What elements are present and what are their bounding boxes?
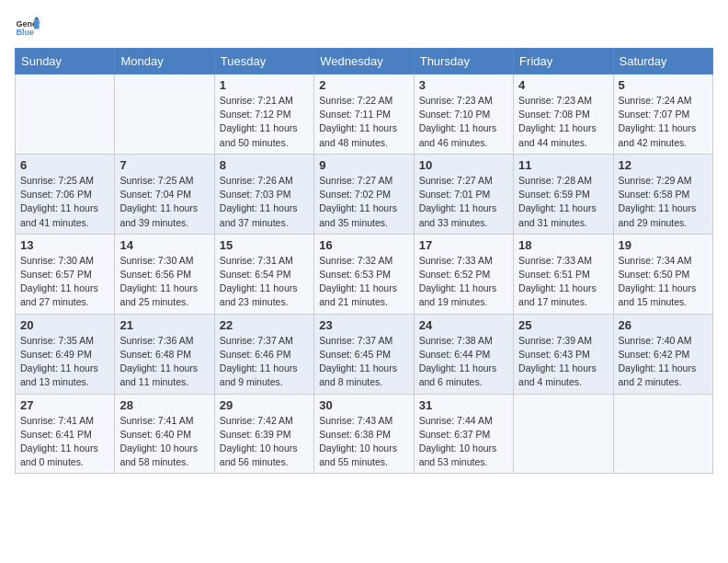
day-number: 18 <box>518 238 608 252</box>
day-number: 29 <box>220 398 309 412</box>
day-info: Sunrise: 7:36 AM Sunset: 6:48 PM Dayligh… <box>119 334 209 390</box>
day-number: 25 <box>518 318 608 332</box>
day-info: Sunrise: 7:35 AM Sunset: 6:49 PM Dayligh… <box>20 334 109 390</box>
day-info: Sunrise: 7:43 AM Sunset: 6:38 PM Dayligh… <box>319 414 408 470</box>
day-info: Sunrise: 7:25 AM Sunset: 7:04 PM Dayligh… <box>119 174 209 230</box>
day-info: Sunrise: 7:34 AM Sunset: 6:50 PM Dayligh… <box>619 254 708 310</box>
calendar-body: 1Sunrise: 7:21 AM Sunset: 7:12 PM Daylig… <box>16 75 713 474</box>
calendar-cell: 14Sunrise: 7:30 AM Sunset: 6:56 PM Dayli… <box>115 234 214 314</box>
day-number: 21 <box>119 318 209 332</box>
calendar-cell: 29Sunrise: 7:42 AM Sunset: 6:39 PM Dayli… <box>214 394 313 474</box>
calendar-cell: 21Sunrise: 7:36 AM Sunset: 6:48 PM Dayli… <box>115 314 214 394</box>
calendar-week-row: 13Sunrise: 7:30 AM Sunset: 6:57 PM Dayli… <box>16 234 713 314</box>
day-info: Sunrise: 7:30 AM Sunset: 6:57 PM Dayligh… <box>20 254 109 310</box>
day-number: 19 <box>619 238 708 252</box>
calendar-cell: 2Sunrise: 7:22 AM Sunset: 7:11 PM Daylig… <box>314 75 414 155</box>
calendar-cell: 24Sunrise: 7:38 AM Sunset: 6:44 PM Dayli… <box>414 314 513 394</box>
weekday-header-row: SundayMondayTuesdayWednesdayThursdayFrid… <box>16 49 713 75</box>
day-number: 14 <box>119 238 209 252</box>
day-number: 30 <box>319 398 408 412</box>
day-info: Sunrise: 7:23 AM Sunset: 7:10 PM Dayligh… <box>419 94 508 150</box>
calendar-cell: 9Sunrise: 7:27 AM Sunset: 7:02 PM Daylig… <box>314 154 414 234</box>
weekday-label: Monday <box>115 49 214 75</box>
day-number: 24 <box>419 318 508 332</box>
day-info: Sunrise: 7:38 AM Sunset: 6:44 PM Dayligh… <box>419 334 508 390</box>
day-info: Sunrise: 7:24 AM Sunset: 7:07 PM Dayligh… <box>619 94 708 150</box>
calendar-cell: 22Sunrise: 7:37 AM Sunset: 6:46 PM Dayli… <box>214 314 313 394</box>
calendar-cell: 15Sunrise: 7:31 AM Sunset: 6:54 PM Dayli… <box>214 234 313 314</box>
day-info: Sunrise: 7:33 AM Sunset: 6:51 PM Dayligh… <box>518 254 608 310</box>
day-info: Sunrise: 7:23 AM Sunset: 7:08 PM Dayligh… <box>518 94 608 150</box>
calendar-cell: 1Sunrise: 7:21 AM Sunset: 7:12 PM Daylig… <box>214 75 313 155</box>
calendar-cell <box>16 75 115 155</box>
day-number: 6 <box>20 158 109 172</box>
day-info: Sunrise: 7:32 AM Sunset: 6:53 PM Dayligh… <box>319 254 408 310</box>
calendar-cell: 25Sunrise: 7:39 AM Sunset: 6:43 PM Dayli… <box>514 314 613 394</box>
day-number: 15 <box>220 238 309 252</box>
weekday-label: Sunday <box>16 49 115 75</box>
day-number: 1 <box>220 78 309 92</box>
day-number: 17 <box>419 238 508 252</box>
day-info: Sunrise: 7:28 AM Sunset: 6:59 PM Dayligh… <box>518 174 608 230</box>
calendar-week-row: 6Sunrise: 7:25 AM Sunset: 7:06 PM Daylig… <box>16 154 713 234</box>
day-info: Sunrise: 7:41 AM Sunset: 6:40 PM Dayligh… <box>119 414 209 470</box>
day-info: Sunrise: 7:22 AM Sunset: 7:11 PM Dayligh… <box>319 94 408 150</box>
calendar-cell: 27Sunrise: 7:41 AM Sunset: 6:41 PM Dayli… <box>16 394 115 474</box>
page-header: General Blue <box>15 15 713 40</box>
day-number: 22 <box>220 318 309 332</box>
day-number: 28 <box>119 398 209 412</box>
day-info: Sunrise: 7:40 AM Sunset: 6:42 PM Dayligh… <box>619 334 708 390</box>
svg-text:Blue: Blue <box>16 28 34 37</box>
weekday-label: Wednesday <box>314 49 414 75</box>
day-info: Sunrise: 7:27 AM Sunset: 7:02 PM Dayligh… <box>319 174 408 230</box>
day-info: Sunrise: 7:37 AM Sunset: 6:46 PM Dayligh… <box>220 334 309 390</box>
day-number: 10 <box>419 158 508 172</box>
calendar-cell: 23Sunrise: 7:37 AM Sunset: 6:45 PM Dayli… <box>314 314 414 394</box>
logo: General Blue <box>15 15 40 40</box>
day-info: Sunrise: 7:42 AM Sunset: 6:39 PM Dayligh… <box>220 414 309 470</box>
calendar-cell: 31Sunrise: 7:44 AM Sunset: 6:37 PM Dayli… <box>414 394 513 474</box>
calendar-cell: 19Sunrise: 7:34 AM Sunset: 6:50 PM Dayli… <box>613 234 712 314</box>
day-number: 5 <box>619 78 708 92</box>
day-number: 7 <box>119 158 209 172</box>
day-number: 4 <box>518 78 608 92</box>
calendar-cell: 4Sunrise: 7:23 AM Sunset: 7:08 PM Daylig… <box>514 75 613 155</box>
day-info: Sunrise: 7:21 AM Sunset: 7:12 PM Dayligh… <box>220 94 309 150</box>
calendar-cell: 10Sunrise: 7:27 AM Sunset: 7:01 PM Dayli… <box>414 154 513 234</box>
calendar-cell <box>514 394 613 474</box>
day-info: Sunrise: 7:27 AM Sunset: 7:01 PM Dayligh… <box>419 174 508 230</box>
day-number: 3 <box>419 78 508 92</box>
weekday-label: Thursday <box>414 49 513 75</box>
calendar-cell: 18Sunrise: 7:33 AM Sunset: 6:51 PM Dayli… <box>514 234 613 314</box>
day-number: 9 <box>319 158 408 172</box>
calendar-cell: 8Sunrise: 7:26 AM Sunset: 7:03 PM Daylig… <box>214 154 313 234</box>
calendar-week-row: 20Sunrise: 7:35 AM Sunset: 6:49 PM Dayli… <box>16 314 713 394</box>
calendar-table: SundayMondayTuesdayWednesdayThursdayFrid… <box>15 48 713 474</box>
calendar-cell: 30Sunrise: 7:43 AM Sunset: 6:38 PM Dayli… <box>314 394 414 474</box>
day-info: Sunrise: 7:37 AM Sunset: 6:45 PM Dayligh… <box>319 334 408 390</box>
calendar-week-row: 1Sunrise: 7:21 AM Sunset: 7:12 PM Daylig… <box>16 75 713 155</box>
day-number: 27 <box>20 398 109 412</box>
day-number: 11 <box>518 158 608 172</box>
calendar-week-row: 27Sunrise: 7:41 AM Sunset: 6:41 PM Dayli… <box>16 394 713 474</box>
calendar-cell: 20Sunrise: 7:35 AM Sunset: 6:49 PM Dayli… <box>16 314 115 394</box>
day-number: 2 <box>319 78 408 92</box>
weekday-label: Saturday <box>613 49 712 75</box>
day-number: 31 <box>419 398 508 412</box>
svg-marker-3 <box>34 17 40 20</box>
weekday-label: Friday <box>514 49 613 75</box>
day-info: Sunrise: 7:25 AM Sunset: 7:06 PM Dayligh… <box>20 174 109 230</box>
day-number: 8 <box>220 158 309 172</box>
day-number: 16 <box>319 238 408 252</box>
weekday-label: Tuesday <box>214 49 313 75</box>
calendar-cell: 5Sunrise: 7:24 AM Sunset: 7:07 PM Daylig… <box>613 75 712 155</box>
calendar-cell: 12Sunrise: 7:29 AM Sunset: 6:58 PM Dayli… <box>613 154 712 234</box>
svg-marker-2 <box>34 20 40 29</box>
calendar-cell: 6Sunrise: 7:25 AM Sunset: 7:06 PM Daylig… <box>16 154 115 234</box>
calendar-cell: 16Sunrise: 7:32 AM Sunset: 6:53 PM Dayli… <box>314 234 414 314</box>
calendar-cell: 3Sunrise: 7:23 AM Sunset: 7:10 PM Daylig… <box>414 75 513 155</box>
calendar-cell: 17Sunrise: 7:33 AM Sunset: 6:52 PM Dayli… <box>414 234 513 314</box>
day-info: Sunrise: 7:33 AM Sunset: 6:52 PM Dayligh… <box>419 254 508 310</box>
calendar-cell <box>613 394 712 474</box>
calendar-cell: 11Sunrise: 7:28 AM Sunset: 6:59 PM Dayli… <box>514 154 613 234</box>
